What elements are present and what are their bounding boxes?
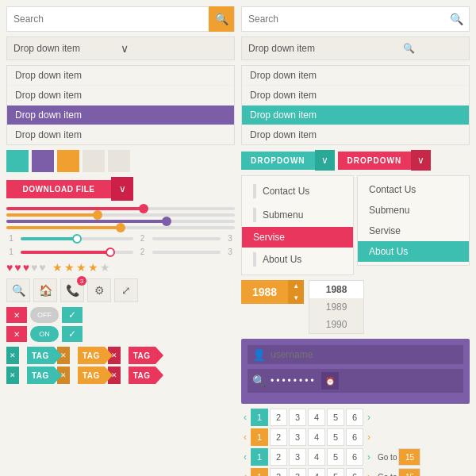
list-item[interactable]: Drop down item bbox=[242, 125, 469, 144]
step-dot-2[interactable] bbox=[106, 248, 115, 257]
color-btn-light-1[interactable] bbox=[83, 150, 105, 172]
scroll-picker[interactable]: 1988 1989 1990 bbox=[309, 280, 364, 334]
list-item[interactable]: Drop down item bbox=[7, 125, 234, 144]
page-btn-3[interactable]: 3 bbox=[289, 448, 306, 466]
page-btn-4[interactable]: 4 bbox=[308, 448, 325, 466]
menu-item-active[interactable]: Servise bbox=[242, 227, 353, 248]
star-5[interactable]: ★ bbox=[100, 261, 110, 274]
dropdown-selector-1[interactable]: Drop down item ∨ bbox=[6, 36, 235, 60]
slider-thumb-3[interactable] bbox=[162, 217, 171, 226]
page-btn-5[interactable]: 5 bbox=[327, 448, 344, 466]
page-btn-5[interactable]: 5 bbox=[327, 468, 344, 476]
dropdown-caret-teal[interactable]: ∨ bbox=[315, 150, 335, 171]
toggle-off-1[interactable]: OFF bbox=[30, 307, 59, 323]
slider-thumb-4[interactable] bbox=[116, 223, 125, 232]
settings-icon-box[interactable]: ⚙ bbox=[87, 278, 111, 302]
search-input-1[interactable] bbox=[7, 10, 209, 28]
toggle-x-1[interactable]: ✕ bbox=[6, 307, 27, 323]
slider-thumb-2[interactable] bbox=[93, 210, 102, 220]
page-btn-5[interactable]: 5 bbox=[327, 428, 344, 446]
next-page-4[interactable]: › bbox=[365, 471, 373, 476]
heart-2[interactable]: ♥ bbox=[14, 261, 21, 274]
login-submit-btn[interactable]: ⏰ bbox=[321, 372, 339, 390]
toggle-check-2[interactable]: ✓ bbox=[62, 326, 83, 342]
list-item[interactable]: Drop down item bbox=[242, 66, 469, 86]
number-up-btn[interactable]: ▲ bbox=[288, 280, 304, 292]
tag-pink-2[interactable]: ✕ TAG bbox=[108, 367, 155, 384]
heart-5[interactable]: ♥ bbox=[39, 261, 45, 274]
toggle-x-2[interactable]: ✕ bbox=[6, 326, 27, 342]
goto-input-2[interactable] bbox=[398, 468, 420, 476]
page-btn-3[interactable]: 3 bbox=[289, 428, 306, 446]
tag-teal-1[interactable]: ✕ TAG bbox=[6, 347, 54, 364]
page-btn-2[interactable]: 2 bbox=[270, 468, 287, 476]
color-btn-teal[interactable] bbox=[6, 150, 29, 172]
toggle-on-1[interactable]: ON bbox=[30, 326, 59, 342]
tag-pink-1[interactable]: ✕ TAG bbox=[108, 347, 155, 364]
expand-icon-box[interactable]: ⤢ bbox=[114, 278, 138, 302]
search-button-2[interactable]: 🔍 bbox=[443, 6, 469, 32]
menu-item[interactable]: Submenu bbox=[358, 200, 469, 221]
download-arrow-btn[interactable]: ∨ bbox=[111, 177, 133, 201]
page-btn-6[interactable]: 6 bbox=[346, 448, 363, 466]
menu-item-active[interactable]: About Us bbox=[358, 241, 469, 262]
prev-page-2[interactable]: ‹ bbox=[241, 432, 249, 443]
page-btn-4[interactable]: 4 bbox=[308, 409, 325, 426]
page-btn-6[interactable]: 6 bbox=[346, 409, 363, 426]
menu-item[interactable]: Submenu bbox=[242, 203, 353, 227]
star-1[interactable]: ★ bbox=[52, 261, 63, 274]
home-icon-box[interactable]: 🏠 bbox=[33, 278, 57, 302]
dropdown-caret-pink[interactable]: ∨ bbox=[411, 150, 431, 171]
page-btn-4[interactable]: 4 bbox=[308, 428, 325, 446]
toggle-check-1[interactable]: ✓ bbox=[62, 307, 83, 323]
step-track-4[interactable] bbox=[152, 251, 221, 254]
dropdown-btn-teal[interactable]: DROPDOWN ∨ bbox=[241, 150, 335, 171]
menu-item[interactable]: About Us bbox=[242, 248, 353, 271]
step-dot[interactable] bbox=[72, 234, 82, 244]
heart-1[interactable]: ♥ bbox=[6, 261, 13, 274]
prev-page-3[interactable]: ‹ bbox=[241, 451, 249, 463]
next-page-1[interactable]: › bbox=[365, 412, 373, 423]
dropdown-selector-2[interactable]: Drop down item 🔍 bbox=[241, 36, 470, 60]
download-main-btn[interactable]: DOWNLOAD FILE bbox=[6, 180, 111, 198]
dropdown-btn-pink-label[interactable]: DROPDOWN bbox=[338, 152, 412, 170]
list-item-active[interactable]: Drop down item bbox=[7, 106, 234, 125]
heart-4[interactable]: ♥ bbox=[31, 261, 37, 274]
search-button-1[interactable]: 🔍 bbox=[209, 6, 234, 32]
heart-3[interactable]: ♥ bbox=[23, 261, 29, 274]
step-track-2[interactable] bbox=[152, 237, 221, 240]
page-btn-3[interactable]: 3 bbox=[289, 468, 306, 476]
page-btn-6[interactable]: 6 bbox=[346, 468, 363, 476]
page-btn-1[interactable]: 1 bbox=[251, 468, 268, 476]
step-track-3[interactable] bbox=[21, 251, 133, 254]
star-3[interactable]: ★ bbox=[76, 261, 86, 274]
color-btn-light-2[interactable] bbox=[108, 150, 130, 172]
slider-track-2[interactable] bbox=[6, 213, 235, 217]
page-btn-1[interactable]: 1 bbox=[251, 428, 268, 446]
tag-orange-2[interactable]: ✕ TAG bbox=[57, 367, 105, 384]
tag-x[interactable]: ✕ bbox=[6, 347, 19, 364]
page-btn-1[interactable]: 1 bbox=[251, 448, 268, 466]
prev-page-4[interactable]: ‹ bbox=[241, 471, 249, 476]
prev-page-1[interactable]: ‹ bbox=[241, 412, 249, 423]
page-btn-2[interactable]: 2 bbox=[270, 448, 287, 466]
slider-track-1[interactable] bbox=[6, 207, 235, 210]
menu-item[interactable]: Contact Us bbox=[242, 179, 353, 203]
search-icon-box[interactable]: 🔍 bbox=[6, 278, 30, 302]
username-input[interactable] bbox=[271, 349, 459, 360]
list-item-active[interactable]: Drop down item bbox=[242, 106, 469, 125]
menu-item[interactable]: Servise bbox=[358, 221, 469, 241]
menu-item[interactable]: Contact Us bbox=[358, 179, 469, 200]
hearts-rating[interactable]: ♥ ♥ ♥ ♥ ♥ bbox=[6, 261, 46, 274]
dropdown-btn-pink[interactable]: DROPDOWN ∨ bbox=[338, 150, 432, 171]
goto-input-1[interactable] bbox=[398, 448, 420, 466]
page-btn-2[interactable]: 2 bbox=[270, 428, 287, 446]
stars-rating[interactable]: ★ ★ ★ ★ ★ bbox=[52, 261, 110, 274]
next-page-2[interactable]: › bbox=[365, 432, 373, 443]
search-input-2[interactable] bbox=[242, 10, 443, 28]
number-down-btn[interactable]: ▼ bbox=[288, 292, 304, 304]
page-btn-1[interactable]: 1 bbox=[251, 409, 268, 426]
page-btn-5[interactable]: 5 bbox=[327, 409, 344, 426]
color-btn-purple[interactable] bbox=[32, 150, 54, 172]
scroll-item[interactable]: 1990 bbox=[309, 316, 363, 333]
